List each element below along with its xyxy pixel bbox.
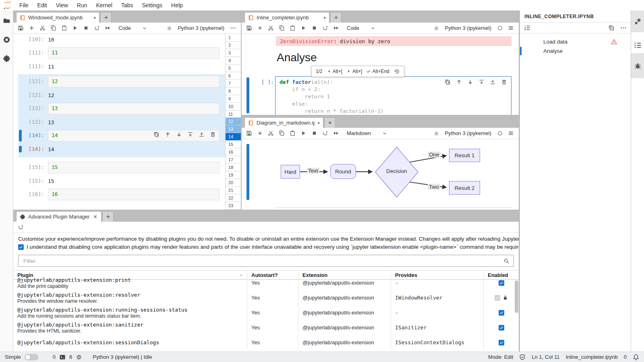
enabled-checkbox[interactable] (499, 280, 504, 286)
cursor-position[interactable]: Ln 1, Col 11 (532, 354, 559, 360)
restart-button[interactable] (320, 24, 330, 33)
kernel-icon[interactable] (76, 354, 82, 360)
collapse-all-icon[interactable] (608, 25, 615, 31)
minimap-line-9[interactable]: 9 (226, 95, 241, 103)
output-cell[interactable]: [11]:11 (18, 63, 225, 70)
acknowledge-checkbox[interactable] (18, 244, 24, 250)
minimap-line-7[interactable]: 7 (226, 80, 241, 87)
save-button[interactable] (244, 24, 254, 33)
add-button[interactable] (255, 129, 265, 138)
cell-editor[interactable]: 15 (48, 162, 219, 173)
minimap-line-18[interactable]: 18 (226, 164, 241, 171)
fast-forward-button[interactable] (331, 24, 341, 33)
menu-run[interactable]: Run (72, 1, 92, 10)
debugger-button[interactable] (431, 129, 441, 138)
copy-button[interactable] (277, 129, 286, 138)
cell-type-dropdown[interactable]: Markdown (344, 130, 389, 136)
minimap-line-12[interactable]: 12 (226, 118, 241, 125)
new-tab-button[interactable] (102, 211, 114, 222)
move-up-button[interactable] (165, 131, 171, 139)
menu-file[interactable]: File (15, 1, 33, 10)
cut-button[interactable] (266, 129, 275, 138)
trash-button[interactable] (210, 131, 216, 139)
cell-editor[interactable]: 11 (48, 47, 219, 59)
stop-button[interactable] (81, 24, 91, 33)
minimap-line-19[interactable]: 19 (226, 171, 241, 179)
notifications-count[interactable]: 0 (624, 354, 627, 360)
extension-manager-icon[interactable] (3, 55, 10, 62)
minimap-line-15[interactable]: 15 (226, 141, 241, 148)
minimap-line-22[interactable]: 22 (226, 194, 241, 202)
table-of-contents-tab[interactable] (631, 37, 644, 53)
cell-editor[interactable]: 12 (48, 76, 219, 87)
cell-type-dropdown[interactable]: Code (344, 25, 378, 31)
kernel-name[interactable]: Python 3 (ipykernel) (178, 25, 224, 31)
tab-advanced-plugin-manager[interactable]: Advanced Plugin Manager (16, 211, 101, 222)
minimap-line-1[interactable]: 1 (226, 34, 241, 42)
filter-input[interactable] (23, 258, 503, 264)
windowed-scrollbar[interactable]: 1234567891011121314151617181920212223 (225, 34, 241, 210)
paste-button[interactable] (59, 24, 69, 33)
menu-tabs[interactable]: Tabs (117, 1, 138, 10)
stop-button[interactable] (309, 24, 319, 33)
toolbar-overflow-button[interactable] (228, 24, 238, 33)
copy-button[interactable] (277, 24, 286, 33)
menu-settings[interactable]: Settings (138, 1, 167, 10)
code-cell[interactable]: [13]:13 (18, 103, 225, 114)
numbered-list-icon[interactable] (524, 25, 530, 31)
paste-button[interactable] (288, 129, 297, 138)
terminals-count[interactable]: 0 (53, 354, 56, 360)
cell-editor[interactable]: 14 (48, 130, 219, 141)
shield-icon[interactable] (519, 354, 526, 360)
output-cell[interactable]: [15]:15 (18, 178, 225, 184)
code-cell[interactable]: [12]:12 (18, 76, 225, 87)
toc-item-load-data[interactable]: Load data (520, 37, 631, 46)
tab-inline-completer[interactable]: Inline_completer.ipynb ● (244, 12, 329, 23)
restart-button[interactable] (320, 129, 330, 138)
paste-button[interactable] (288, 24, 297, 33)
minimap-line-5[interactable]: 5 (226, 64, 241, 72)
toc-item-analyse[interactable]: Analyse (520, 46, 631, 56)
output-cell[interactable]: [14]:14 (18, 146, 225, 152)
panel-menu-button[interactable] (506, 24, 516, 33)
simple-mode-toggle[interactable] (25, 354, 38, 360)
minimap-line-6[interactable]: 6 (226, 72, 241, 80)
close-icon[interactable] (93, 214, 98, 219)
menu-edit[interactable]: Edit (33, 1, 52, 10)
debugger-button[interactable] (164, 24, 174, 33)
running-sessions-icon[interactable] (3, 36, 10, 44)
cell-editor[interactable]: def factorial(n): if n < 2: return 1 els… (275, 76, 511, 115)
kernels-count[interactable]: 6 (69, 354, 72, 360)
duplicate-button[interactable] (445, 79, 451, 87)
insert-above-button[interactable] (478, 79, 485, 87)
restart-button[interactable] (92, 24, 101, 33)
move-down-button[interactable] (176, 131, 182, 139)
move-down-button[interactable] (467, 79, 473, 87)
stop-button[interactable] (309, 129, 319, 138)
cell-editor[interactable]: 16 (48, 189, 219, 200)
minimap-line-8[interactable]: 8 (226, 87, 241, 95)
trash-button[interactable] (501, 79, 507, 87)
insert-below-button[interactable] (490, 79, 496, 87)
output-cell[interactable]: [13]:13 (18, 119, 225, 125)
minimap-line-13[interactable]: 13 (226, 125, 241, 133)
run-button[interactable] (298, 129, 308, 138)
minimap-line-11[interactable]: 11 (226, 110, 241, 118)
next-completion-button[interactable]: Alt+] (347, 69, 362, 74)
accept-completion-button[interactable]: Alt+End (367, 69, 389, 74)
previous-completion-button[interactable]: Alt+[ (327, 69, 342, 74)
move-up-button[interactable] (456, 79, 462, 87)
code-cell[interactable]: [11]:11 (18, 47, 225, 59)
debugger-tab[interactable] (631, 53, 644, 78)
copy-button[interactable] (48, 24, 58, 33)
new-tab-button[interactable] (324, 117, 335, 128)
add-button[interactable] (27, 24, 36, 33)
minimap-line-21[interactable]: 21 (226, 187, 241, 194)
minimap-line-4[interactable]: 4 (226, 57, 241, 64)
enabled-checkbox[interactable] (499, 325, 504, 331)
minimap-line-17[interactable]: 17 (226, 156, 241, 164)
debugger-button[interactable] (431, 24, 441, 33)
terminal-icon[interactable] (59, 354, 66, 360)
panel-menu-button[interactable] (506, 129, 516, 138)
run-button[interactable] (298, 24, 308, 33)
